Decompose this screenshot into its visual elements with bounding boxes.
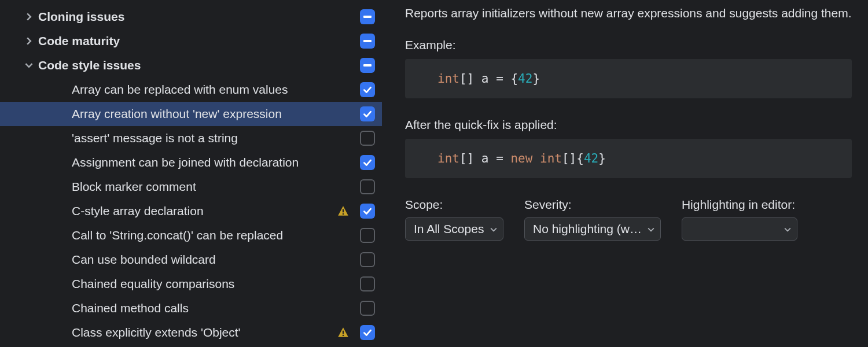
item-checkbox[interactable]: [360, 204, 375, 219]
chevron-down-icon: [784, 222, 791, 236]
inspection-detail: Reports array initializers without new a…: [382, 0, 868, 347]
inspection-options: Scope: In All Scopes Severity: No highli…: [405, 198, 852, 241]
after-fix-label: After the quick-fix is applied:: [405, 118, 852, 132]
chevron-down-icon: [490, 222, 497, 236]
item-label: Class explicitly extends 'Object': [72, 326, 337, 339]
item-checkbox[interactable]: [360, 228, 375, 243]
highlighting-label: Highlighting in editor:: [682, 198, 797, 212]
example-label: Example:: [405, 38, 852, 52]
tree-category[interactable]: Code style issues: [0, 53, 382, 77]
svg-rect-0: [343, 209, 344, 213]
scope-label: Scope:: [405, 198, 503, 212]
tree-item[interactable]: Call to 'String.concat()' can be replace…: [0, 223, 382, 248]
tree-item[interactable]: Chained equality comparisons: [0, 272, 382, 296]
tree-item[interactable]: Chained method calls: [0, 296, 382, 320]
svg-rect-3: [343, 335, 344, 336]
category-label: Code maturity: [38, 34, 355, 48]
severity-label: Severity:: [524, 198, 661, 212]
tree-item[interactable]: Can use bounded wildcard: [0, 248, 382, 272]
item-label: Assignment can be joined with declaratio…: [72, 156, 355, 169]
tree-item[interactable]: Block marker comment: [0, 175, 382, 199]
item-label: Array creation without 'new' expression: [72, 107, 355, 121]
item-checkbox[interactable]: [360, 252, 375, 267]
inspection-description: Reports array initializers without new a…: [405, 5, 852, 22]
item-checkbox[interactable]: [360, 106, 375, 121]
scope-dropdown[interactable]: In All Scopes: [405, 217, 503, 241]
category-checkbox[interactable]: [360, 58, 375, 73]
item-label: Chained method calls: [72, 301, 355, 315]
item-checkbox[interactable]: [360, 325, 375, 340]
code-example-after: int[] a = new int[]{42}: [405, 139, 852, 178]
tree-item[interactable]: 'assert' message is not a string: [0, 126, 382, 150]
item-label: 'assert' message is not a string: [72, 131, 355, 145]
highlighting-dropdown[interactable]: [682, 217, 797, 241]
category-label: Cloning issues: [38, 10, 355, 24]
item-checkbox[interactable]: [360, 301, 375, 316]
warning-icon: [337, 326, 350, 339]
tree-item[interactable]: Assignment can be joined with declaratio…: [0, 150, 382, 175]
chevron-right-icon[interactable]: [23, 37, 35, 45]
category-label: Code style issues: [38, 58, 355, 72]
item-label: Chained equality comparisons: [72, 277, 355, 291]
item-checkbox[interactable]: [360, 82, 375, 97]
tree-category[interactable]: Cloning issues: [0, 5, 382, 29]
tree-item[interactable]: C-style array declaration: [0, 199, 382, 223]
item-checkbox[interactable]: [360, 179, 375, 194]
tree-item[interactable]: Array creation without 'new' expression: [0, 102, 382, 126]
tree-item[interactable]: Class explicitly extends 'Object': [0, 320, 382, 345]
warning-icon: [337, 205, 350, 217]
chevron-down-icon: [648, 222, 654, 236]
item-label: Call to 'String.concat()' can be replace…: [72, 228, 355, 242]
code-example-before: int[] a = {42}: [405, 59, 852, 98]
severity-dropdown[interactable]: No highlighting (w…: [524, 217, 661, 241]
chevron-down-icon[interactable]: [23, 61, 35, 69]
category-checkbox[interactable]: [360, 9, 375, 24]
item-label: C-style array declaration: [72, 204, 337, 218]
item-label: Block marker comment: [72, 180, 355, 194]
item-label: Array can be replaced with enum values: [72, 83, 355, 97]
item-checkbox[interactable]: [360, 155, 375, 170]
svg-rect-2: [343, 331, 344, 334]
tree-category[interactable]: Code maturity: [0, 29, 382, 53]
category-checkbox[interactable]: [360, 34, 375, 49]
svg-rect-1: [343, 213, 344, 215]
tree-item[interactable]: Array can be replaced with enum values: [0, 77, 382, 102]
item-checkbox[interactable]: [360, 131, 375, 146]
chevron-right-icon[interactable]: [23, 13, 35, 21]
item-label: Can use bounded wildcard: [72, 253, 355, 267]
item-checkbox[interactable]: [360, 276, 375, 291]
inspection-tree: Cloning issuesCode maturityCode style is…: [0, 0, 382, 347]
